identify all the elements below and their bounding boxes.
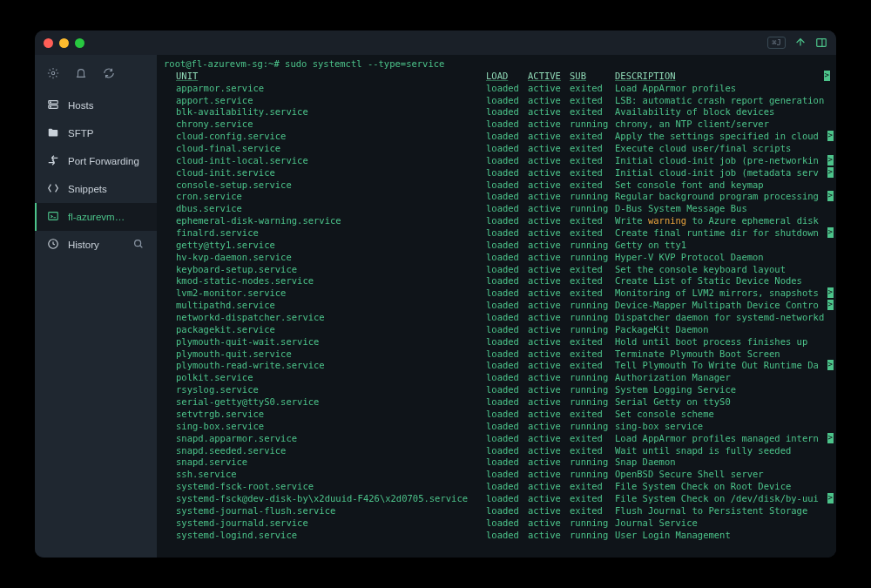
sync-icon[interactable] (103, 67, 115, 81)
sidebar-item-hosts[interactable]: Hosts (35, 91, 157, 119)
unit-cell: dbus.service (164, 203, 486, 215)
active-cell: active (528, 215, 570, 227)
maximize-button[interactable] (75, 38, 84, 48)
search-icon[interactable] (132, 238, 145, 252)
sub-cell: exited (570, 106, 615, 118)
desc-cell: Create final runtime dir for shutdown (615, 227, 833, 240)
active-cell: active (528, 106, 570, 118)
svg-rect-0 (817, 39, 827, 47)
load-cell: loaded (486, 336, 528, 348)
active-cell: active (528, 481, 570, 493)
sub-cell: running (570, 456, 615, 469)
active-cell: active (528, 118, 570, 131)
active-cell: active (528, 203, 570, 215)
unit-cell: snapd.apparmor.service (164, 433, 486, 445)
active-cell: active (528, 131, 570, 143)
active-cell: active (528, 384, 570, 396)
truncation-indicator: > (824, 71, 830, 81)
command: sudo systemctl --type=service (285, 58, 444, 69)
active-cell: active (528, 300, 570, 312)
hosts-icon (47, 98, 59, 112)
desc-cell: Monitoring of LVM2 mirrors, snapshots (615, 287, 833, 300)
share-icon[interactable] (794, 37, 807, 49)
sub-cell: exited (570, 215, 615, 227)
unit-cell: getty@tty1.service (164, 240, 486, 252)
header-sub: SUB (570, 71, 615, 83)
unit-cell: kmod-static-nodes.service (164, 275, 486, 287)
load-cell: loaded (486, 505, 528, 517)
sidebar-item-port[interactable]: Port Forwarding (35, 147, 157, 175)
desc-cell: Initial cloud-init job (metadata serv (615, 167, 833, 179)
sidebar-item-history[interactable]: History (35, 231, 157, 259)
active-cell: active (528, 95, 570, 107)
load-cell: loaded (486, 167, 528, 179)
sidebar-item-snippets[interactable]: Snippets (35, 175, 157, 203)
sidebar-item-sftp[interactable]: SFTP (35, 119, 157, 147)
load-cell: loaded (486, 445, 528, 457)
unit-cell: plymouth-quit.service (164, 348, 486, 361)
load-cell: loaded (486, 179, 528, 192)
active-cell: active (528, 252, 570, 264)
sub-cell: exited (570, 493, 615, 505)
header-unit: UNIT (164, 71, 486, 83)
sub-cell: exited (570, 348, 615, 361)
sub-cell: running (570, 384, 615, 396)
desc-cell: Tell Plymouth To Write Out Runtime Da (615, 360, 833, 372)
active-cell: active (528, 167, 570, 179)
desc-cell: D-Bus System Message Bus (615, 203, 833, 215)
load-cell: loaded (486, 106, 528, 118)
desc-cell: sing-box service (615, 421, 833, 433)
active-cell: active (528, 456, 570, 469)
active-cell: active (528, 445, 570, 457)
sub-cell: running (570, 118, 615, 131)
split-icon[interactable] (815, 37, 827, 49)
bell-icon[interactable] (75, 67, 87, 81)
service-row: cron.serviceloadedactiverunningRegular b… (164, 191, 833, 203)
settings-icon[interactable] (47, 67, 59, 81)
service-row: keyboard-setup.serviceloadedactiveexited… (164, 264, 833, 276)
desc-cell: Set console font and keymap (615, 179, 833, 192)
service-row: hv-kvp-daemon.serviceloadedactiverunning… (164, 252, 833, 264)
close-button[interactable] (44, 38, 53, 48)
desc-cell: File System Check on Root Device (615, 481, 833, 493)
sub-cell: exited (570, 227, 615, 240)
unit-cell: cloud-config.service (164, 131, 486, 143)
sub-cell: exited (570, 360, 615, 372)
load-cell: loaded (486, 240, 528, 252)
service-row: snapd.serviceloadedactiverunningSnap Dae… (164, 456, 833, 469)
load-cell: loaded (486, 384, 528, 396)
desc-cell: Dispatcher daemon for systemd-networkd (615, 312, 833, 324)
terminal-pane[interactable]: root@fl-azurevm-sg:~# sudo systemctl --t… (157, 55, 836, 558)
active-cell: active (528, 287, 570, 300)
service-row: dbus.serviceloadedactiverunningD-Bus Sys… (164, 203, 833, 215)
truncation-indicator: > (827, 300, 834, 310)
service-row: cloud-init-local.serviceloadedactiveexit… (164, 155, 833, 167)
sidebar-item-terminal[interactable]: fl-azurevm… (35, 203, 157, 231)
active-cell: active (528, 312, 570, 324)
svg-point-9 (135, 240, 141, 247)
sub-cell: running (570, 372, 615, 384)
svg-rect-7 (49, 213, 58, 220)
port-icon (47, 154, 59, 168)
load-cell: loaded (486, 517, 528, 530)
truncation-indicator: > (827, 287, 834, 298)
shortcut-badge: ⌘J (767, 37, 786, 49)
sub-cell: running (570, 324, 615, 336)
sidebar-item-label: Snippets (68, 184, 107, 194)
active-cell: active (528, 372, 570, 384)
unit-cell: keyboard-setup.service (164, 264, 486, 276)
unit-cell: rsyslog.service (164, 384, 486, 396)
unit-cell: blk-availability.service (164, 106, 486, 118)
service-row: kmod-static-nodes.serviceloadedactiveexi… (164, 275, 833, 287)
unit-cell: systemd-journald.service (164, 517, 486, 530)
service-row: polkit.serviceloadedactiverunningAuthori… (164, 372, 833, 384)
load-cell: loaded (486, 191, 528, 203)
sub-cell: exited (570, 179, 615, 192)
desc-cell: Wait until snapd is fully seeded (615, 445, 833, 457)
active-cell: active (528, 433, 570, 445)
load-cell: loaded (486, 300, 528, 312)
load-cell: loaded (486, 131, 528, 143)
minimize-button[interactable] (59, 38, 69, 48)
load-cell: loaded (486, 155, 528, 167)
active-cell: active (528, 409, 570, 421)
